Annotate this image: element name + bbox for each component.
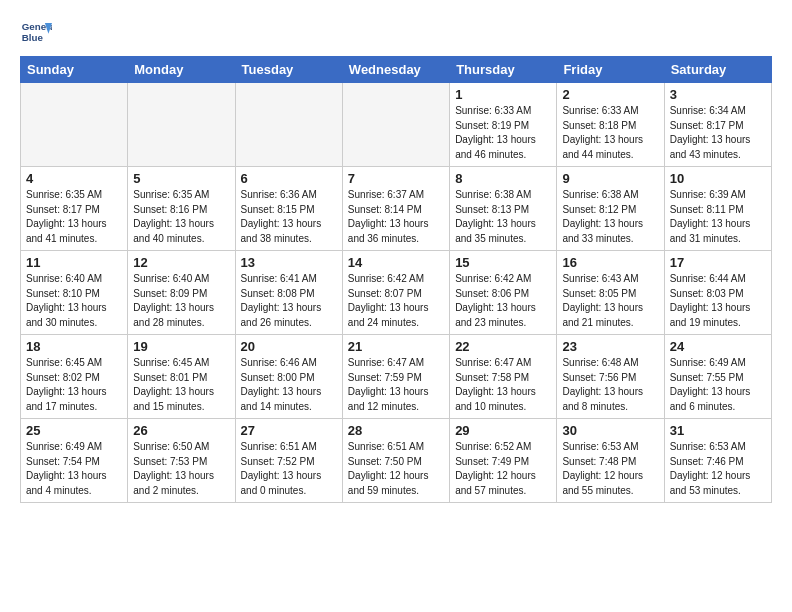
calendar-cell: 3Sunrise: 6:34 AM Sunset: 8:17 PM Daylig… <box>664 83 771 167</box>
column-header-wednesday: Wednesday <box>342 57 449 83</box>
calendar-header-row: SundayMondayTuesdayWednesdayThursdayFrid… <box>21 57 772 83</box>
day-info: Sunrise: 6:41 AM Sunset: 8:08 PM Dayligh… <box>241 272 337 330</box>
day-info: Sunrise: 6:49 AM Sunset: 7:54 PM Dayligh… <box>26 440 122 498</box>
day-number: 21 <box>348 339 444 354</box>
day-info: Sunrise: 6:33 AM Sunset: 8:18 PM Dayligh… <box>562 104 658 162</box>
calendar-cell: 25Sunrise: 6:49 AM Sunset: 7:54 PM Dayli… <box>21 419 128 503</box>
day-number: 6 <box>241 171 337 186</box>
day-info: Sunrise: 6:42 AM Sunset: 8:06 PM Dayligh… <box>455 272 551 330</box>
day-info: Sunrise: 6:46 AM Sunset: 8:00 PM Dayligh… <box>241 356 337 414</box>
day-number: 2 <box>562 87 658 102</box>
day-number: 11 <box>26 255 122 270</box>
day-number: 7 <box>348 171 444 186</box>
calendar-cell: 1Sunrise: 6:33 AM Sunset: 8:19 PM Daylig… <box>450 83 557 167</box>
column-header-thursday: Thursday <box>450 57 557 83</box>
calendar-cell: 24Sunrise: 6:49 AM Sunset: 7:55 PM Dayli… <box>664 335 771 419</box>
day-number: 5 <box>133 171 229 186</box>
calendar-body: 1Sunrise: 6:33 AM Sunset: 8:19 PM Daylig… <box>21 83 772 503</box>
logo: General Blue <box>20 16 52 48</box>
day-info: Sunrise: 6:45 AM Sunset: 8:01 PM Dayligh… <box>133 356 229 414</box>
day-number: 30 <box>562 423 658 438</box>
calendar-cell: 12Sunrise: 6:40 AM Sunset: 8:09 PM Dayli… <box>128 251 235 335</box>
day-info: Sunrise: 6:45 AM Sunset: 8:02 PM Dayligh… <box>26 356 122 414</box>
day-info: Sunrise: 6:36 AM Sunset: 8:15 PM Dayligh… <box>241 188 337 246</box>
calendar-cell: 17Sunrise: 6:44 AM Sunset: 8:03 PM Dayli… <box>664 251 771 335</box>
column-header-sunday: Sunday <box>21 57 128 83</box>
day-info: Sunrise: 6:51 AM Sunset: 7:50 PM Dayligh… <box>348 440 444 498</box>
calendar-cell: 2Sunrise: 6:33 AM Sunset: 8:18 PM Daylig… <box>557 83 664 167</box>
day-number: 26 <box>133 423 229 438</box>
day-number: 28 <box>348 423 444 438</box>
day-number: 29 <box>455 423 551 438</box>
day-info: Sunrise: 6:53 AM Sunset: 7:46 PM Dayligh… <box>670 440 766 498</box>
calendar-cell <box>128 83 235 167</box>
column-header-friday: Friday <box>557 57 664 83</box>
day-info: Sunrise: 6:39 AM Sunset: 8:11 PM Dayligh… <box>670 188 766 246</box>
calendar-cell: 20Sunrise: 6:46 AM Sunset: 8:00 PM Dayli… <box>235 335 342 419</box>
calendar-cell: 23Sunrise: 6:48 AM Sunset: 7:56 PM Dayli… <box>557 335 664 419</box>
calendar-cell: 10Sunrise: 6:39 AM Sunset: 8:11 PM Dayli… <box>664 167 771 251</box>
calendar-table: SundayMondayTuesdayWednesdayThursdayFrid… <box>20 56 772 503</box>
day-number: 16 <box>562 255 658 270</box>
calendar-cell: 5Sunrise: 6:35 AM Sunset: 8:16 PM Daylig… <box>128 167 235 251</box>
calendar-cell: 6Sunrise: 6:36 AM Sunset: 8:15 PM Daylig… <box>235 167 342 251</box>
column-header-monday: Monday <box>128 57 235 83</box>
day-info: Sunrise: 6:53 AM Sunset: 7:48 PM Dayligh… <box>562 440 658 498</box>
day-info: Sunrise: 6:33 AM Sunset: 8:19 PM Dayligh… <box>455 104 551 162</box>
day-info: Sunrise: 6:40 AM Sunset: 8:10 PM Dayligh… <box>26 272 122 330</box>
calendar-cell: 7Sunrise: 6:37 AM Sunset: 8:14 PM Daylig… <box>342 167 449 251</box>
column-header-saturday: Saturday <box>664 57 771 83</box>
logo-icon: General Blue <box>20 16 52 48</box>
day-info: Sunrise: 6:43 AM Sunset: 8:05 PM Dayligh… <box>562 272 658 330</box>
calendar-cell: 19Sunrise: 6:45 AM Sunset: 8:01 PM Dayli… <box>128 335 235 419</box>
calendar-week-1: 1Sunrise: 6:33 AM Sunset: 8:19 PM Daylig… <box>21 83 772 167</box>
calendar-cell: 9Sunrise: 6:38 AM Sunset: 8:12 PM Daylig… <box>557 167 664 251</box>
calendar-cell: 8Sunrise: 6:38 AM Sunset: 8:13 PM Daylig… <box>450 167 557 251</box>
day-number: 13 <box>241 255 337 270</box>
day-number: 23 <box>562 339 658 354</box>
day-info: Sunrise: 6:35 AM Sunset: 8:17 PM Dayligh… <box>26 188 122 246</box>
day-info: Sunrise: 6:44 AM Sunset: 8:03 PM Dayligh… <box>670 272 766 330</box>
page-header: General Blue <box>20 16 772 48</box>
calendar-week-5: 25Sunrise: 6:49 AM Sunset: 7:54 PM Dayli… <box>21 419 772 503</box>
day-info: Sunrise: 6:38 AM Sunset: 8:13 PM Dayligh… <box>455 188 551 246</box>
day-number: 27 <box>241 423 337 438</box>
day-info: Sunrise: 6:37 AM Sunset: 8:14 PM Dayligh… <box>348 188 444 246</box>
calendar-cell <box>342 83 449 167</box>
calendar-cell: 14Sunrise: 6:42 AM Sunset: 8:07 PM Dayli… <box>342 251 449 335</box>
day-number: 15 <box>455 255 551 270</box>
calendar-cell: 28Sunrise: 6:51 AM Sunset: 7:50 PM Dayli… <box>342 419 449 503</box>
day-info: Sunrise: 6:40 AM Sunset: 8:09 PM Dayligh… <box>133 272 229 330</box>
day-info: Sunrise: 6:42 AM Sunset: 8:07 PM Dayligh… <box>348 272 444 330</box>
calendar-cell: 13Sunrise: 6:41 AM Sunset: 8:08 PM Dayli… <box>235 251 342 335</box>
calendar-week-4: 18Sunrise: 6:45 AM Sunset: 8:02 PM Dayli… <box>21 335 772 419</box>
day-info: Sunrise: 6:38 AM Sunset: 8:12 PM Dayligh… <box>562 188 658 246</box>
day-info: Sunrise: 6:48 AM Sunset: 7:56 PM Dayligh… <box>562 356 658 414</box>
day-info: Sunrise: 6:49 AM Sunset: 7:55 PM Dayligh… <box>670 356 766 414</box>
calendar-cell <box>21 83 128 167</box>
calendar-cell: 4Sunrise: 6:35 AM Sunset: 8:17 PM Daylig… <box>21 167 128 251</box>
calendar-cell: 11Sunrise: 6:40 AM Sunset: 8:10 PM Dayli… <box>21 251 128 335</box>
day-number: 24 <box>670 339 766 354</box>
day-number: 25 <box>26 423 122 438</box>
day-number: 1 <box>455 87 551 102</box>
day-number: 3 <box>670 87 766 102</box>
day-number: 17 <box>670 255 766 270</box>
calendar-cell: 30Sunrise: 6:53 AM Sunset: 7:48 PM Dayli… <box>557 419 664 503</box>
day-info: Sunrise: 6:35 AM Sunset: 8:16 PM Dayligh… <box>133 188 229 246</box>
day-info: Sunrise: 6:34 AM Sunset: 8:17 PM Dayligh… <box>670 104 766 162</box>
calendar-cell <box>235 83 342 167</box>
day-number: 20 <box>241 339 337 354</box>
calendar-cell: 26Sunrise: 6:50 AM Sunset: 7:53 PM Dayli… <box>128 419 235 503</box>
day-info: Sunrise: 6:52 AM Sunset: 7:49 PM Dayligh… <box>455 440 551 498</box>
day-info: Sunrise: 6:51 AM Sunset: 7:52 PM Dayligh… <box>241 440 337 498</box>
calendar-cell: 31Sunrise: 6:53 AM Sunset: 7:46 PM Dayli… <box>664 419 771 503</box>
calendar-cell: 18Sunrise: 6:45 AM Sunset: 8:02 PM Dayli… <box>21 335 128 419</box>
day-number: 9 <box>562 171 658 186</box>
calendar-cell: 22Sunrise: 6:47 AM Sunset: 7:58 PM Dayli… <box>450 335 557 419</box>
calendar-cell: 21Sunrise: 6:47 AM Sunset: 7:59 PM Dayli… <box>342 335 449 419</box>
day-number: 8 <box>455 171 551 186</box>
calendar-cell: 16Sunrise: 6:43 AM Sunset: 8:05 PM Dayli… <box>557 251 664 335</box>
day-info: Sunrise: 6:47 AM Sunset: 7:58 PM Dayligh… <box>455 356 551 414</box>
day-info: Sunrise: 6:50 AM Sunset: 7:53 PM Dayligh… <box>133 440 229 498</box>
